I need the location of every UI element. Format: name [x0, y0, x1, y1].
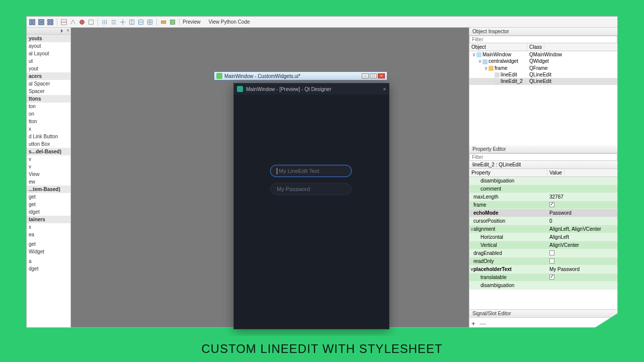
- toolbar-icon[interactable]: [101, 19, 108, 26]
- object-inspector-filter[interactable]: [469, 36, 617, 43]
- property-row[interactable]: frame: [469, 201, 617, 209]
- design-window-titlebar[interactable]: MainWindow - CustomWidgets.ui* – □ ×: [214, 71, 387, 80]
- widgetbox-item[interactable]: View: [27, 170, 70, 178]
- widgetbox-item[interactable]: on: [27, 110, 70, 118]
- toolbar-icon[interactable]: [119, 19, 126, 26]
- svg-rect-1: [33, 19, 35, 25]
- widgetbox-item[interactable]: ea: [27, 231, 70, 238]
- widgetbox-item[interactable]: get: [27, 240, 70, 248]
- widgetbox-item[interactable]: youts: [27, 35, 70, 42]
- property-row[interactable]: disambiguation: [469, 177, 617, 185]
- property-row[interactable]: dragEnabled: [469, 249, 617, 257]
- property-editor-filter[interactable]: [469, 153, 617, 161]
- object-inspector-title: Object Inspector: [469, 28, 617, 36]
- svg-rect-19: [171, 20, 175, 24]
- design-canvas[interactable]: MainWindow - CustomWidgets.ui* – □ × Mai…: [71, 28, 469, 327]
- widgetbox-item[interactable]: ut: [27, 57, 70, 65]
- svg-rect-5: [51, 19, 53, 21]
- widgetbox-item[interactable]: ton: [27, 103, 70, 110]
- widgetbox-item[interactable]: ayout: [27, 42, 70, 50]
- toolbar-icon[interactable]: [47, 19, 54, 26]
- remove-icon: —: [479, 320, 486, 327]
- widgetbox-item[interactable]: Spacer: [27, 87, 70, 95]
- object-tree-row[interactable]: vcentralwidgetQWidget: [469, 58, 617, 64]
- widgetbox-item[interactable]: tainers: [27, 216, 70, 223]
- property-row[interactable]: disambiguation: [469, 282, 617, 290]
- widgetbox-item[interactable]: ttons: [27, 95, 70, 103]
- toolbar-icon[interactable]: [60, 19, 67, 26]
- property-row[interactable]: echoModePassword: [469, 209, 617, 217]
- preview-window: MainWindow - [Preview] - Qt Designer × M…: [233, 83, 389, 329]
- widgetbox-item[interactable]: idget: [27, 208, 70, 216]
- preview-titlebar[interactable]: MainWindow - [Preview] - Qt Designer ×: [234, 83, 389, 95]
- widgetbox-item[interactable]: Widget: [27, 248, 70, 255]
- maximize-icon[interactable]: □: [370, 73, 377, 78]
- column-header-class[interactable]: Class: [527, 43, 544, 51]
- widgetbox-item[interactable]: ...tem-Based): [27, 186, 70, 193]
- lineedit-placeholder: My Password: [277, 186, 310, 192]
- toolbar-icon[interactable]: [146, 19, 153, 26]
- close-icon[interactable]: ×: [378, 73, 385, 78]
- property-context-label: lineEdit_2 : QLineEdit: [469, 161, 617, 169]
- object-tree-row[interactable]: lineEdit_2QLineEdit: [469, 78, 617, 84]
- widgetbox-item[interactable]: yout: [27, 65, 70, 72]
- property-row[interactable]: readOnly: [469, 257, 617, 265]
- toolbar-icon[interactable]: [29, 19, 36, 26]
- widgetbox-item[interactable]: utton Box: [27, 140, 70, 148]
- minimize-icon[interactable]: –: [362, 73, 369, 78]
- toolbar-icon[interactable]: [128, 19, 135, 26]
- widgetbox-item[interactable]: al Spacer: [27, 80, 70, 87]
- add-icon[interactable]: +: [471, 320, 475, 327]
- lineedit-text-input[interactable]: My LineEdit Text: [270, 165, 352, 177]
- preview-title-text: MainWindow - [Preview] - Qt Designer: [246, 86, 332, 92]
- toolbar-icon[interactable]: [38, 19, 45, 26]
- object-tree-row[interactable]: vframeQFrame: [469, 65, 617, 71]
- toolbar-icon[interactable]: [78, 19, 86, 26]
- property-row[interactable]: comment: [469, 185, 617, 193]
- toolbar-icon[interactable]: [160, 19, 167, 26]
- text-cursor: [277, 168, 277, 174]
- view-python-code-button[interactable]: View Python Code: [209, 19, 250, 25]
- object-tree-row[interactable]: vMainWindowQMainWindow: [469, 51, 617, 58]
- toolbar-icon[interactable]: [69, 19, 76, 26]
- toolbar-icon[interactable]: [110, 19, 117, 26]
- lineedit-password-input[interactable]: My Password: [270, 183, 352, 195]
- design-window-title: MainWindow - CustomWidgets.ui*: [224, 73, 300, 79]
- property-row[interactable]: HorizontalAlignLeft: [469, 233, 617, 241]
- close-icon[interactable]: ×: [383, 86, 386, 92]
- main-toolbar: Preview View Python Code: [27, 17, 617, 28]
- property-row[interactable]: translatable: [469, 274, 617, 282]
- widgetbox-item[interactable]: x: [27, 223, 70, 231]
- property-row[interactable]: maxLength32767: [469, 193, 617, 201]
- widgetbox-item[interactable]: d Link Button: [27, 133, 70, 140]
- widgetbox-item[interactable]: a: [27, 257, 70, 265]
- widgetbox-header[interactable]: ⏵ ×: [27, 28, 70, 35]
- widgetbox-item[interactable]: x: [27, 125, 70, 133]
- property-row[interactable]: VerticalAlignVCenter: [469, 241, 617, 249]
- svg-rect-0: [30, 19, 32, 25]
- toolbar-icon[interactable]: [169, 19, 176, 26]
- object-inspector-panel: Object Inspector Object Class vMainWindo…: [469, 28, 617, 145]
- column-header-value[interactable]: Value: [547, 169, 565, 176]
- widgetbox-item[interactable]: v: [27, 163, 70, 170]
- toolbar-icon[interactable]: [137, 19, 144, 26]
- qt-designer-window: Preview View Python Code ⏵ × youtsayouta…: [26, 16, 618, 328]
- property-editor-title: Property Editor: [469, 145, 617, 153]
- widgetbox-item[interactable]: acers: [27, 72, 70, 80]
- property-row[interactable]: valignmentAlignLeft, AlignVCenter: [469, 225, 617, 233]
- property-row[interactable]: vplaceholderTextMy Password: [469, 265, 617, 274]
- column-header-object[interactable]: Object: [469, 43, 527, 51]
- toolbar-icon[interactable]: [88, 19, 95, 26]
- widgetbox-item[interactable]: al Layout: [27, 50, 70, 57]
- widgetbox-item[interactable]: get: [27, 201, 70, 208]
- widgetbox-item[interactable]: s...del-Based): [27, 148, 70, 155]
- preview-button[interactable]: Preview: [183, 19, 201, 25]
- column-header-property[interactable]: Property: [469, 169, 547, 176]
- widgetbox-item[interactable]: v: [27, 155, 70, 163]
- widgetbox-item[interactable]: tton: [27, 118, 70, 125]
- property-row[interactable]: cursorPosition0: [469, 217, 617, 225]
- widgetbox-item[interactable]: dget: [27, 265, 70, 273]
- widgetbox-item[interactable]: get: [27, 193, 70, 201]
- object-tree-row[interactable]: lineEditQLineEdit: [469, 71, 617, 78]
- widgetbox-item[interactable]: ew: [27, 178, 70, 186]
